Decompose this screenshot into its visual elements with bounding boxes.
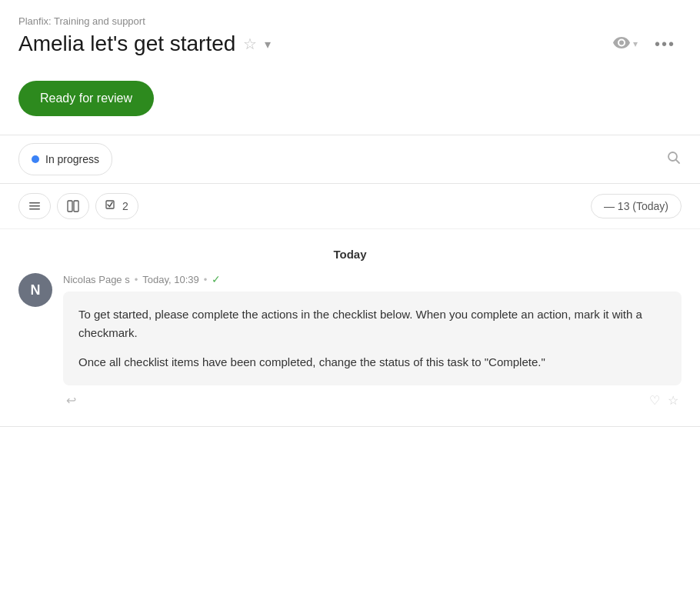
title-actions: ▾ •••: [610, 32, 682, 56]
toolbar: 2 — 13 (Today): [0, 184, 700, 229]
status-bar: In progress: [0, 135, 700, 184]
title-row: Amelia let's get started ☆ ▾ ▾ •••: [18, 32, 682, 56]
bookmark-icon[interactable]: ☆: [668, 393, 678, 408]
read-check-icon: ✓: [212, 273, 221, 285]
svg-rect-1: [29, 202, 40, 204]
message-meta: Nicolas Page s • Today, 10:39 • ✓: [63, 273, 682, 285]
in-progress-badge[interactable]: In progress: [18, 143, 112, 175]
svg-point-0: [668, 152, 677, 161]
split-icon: [67, 200, 79, 212]
search-icon[interactable]: [666, 150, 682, 169]
split-view-button[interactable]: [57, 193, 89, 219]
list-view-button[interactable]: [18, 193, 51, 219]
bubble-actions-right: ♡ ☆: [649, 393, 678, 408]
main-content: Today N Nicolas Page s • Today, 10:39 • …: [0, 229, 700, 408]
checklist-button[interactable]: 2: [95, 193, 138, 219]
ready-for-review-button[interactable]: Ready for review: [18, 81, 154, 116]
message-item: N Nicolas Page s • Today, 10:39 • ✓ To g…: [18, 273, 682, 408]
chevron-down-icon[interactable]: ▾: [265, 37, 271, 52]
list-icon: [28, 200, 41, 212]
message-actions: ↩ ♡ ☆: [63, 393, 682, 408]
day-label: Today: [18, 229, 682, 273]
bottom-divider: [0, 426, 700, 427]
reply-icon[interactable]: ↩: [66, 393, 76, 408]
message-paragraph-2: Once all checklist items have been compl…: [78, 353, 666, 372]
svg-rect-4: [68, 201, 72, 212]
message-time: Today, 10:39: [142, 274, 198, 285]
avatar: N: [18, 273, 52, 307]
eye-chevron-icon: ▾: [633, 38, 638, 49]
meta-separator2: •: [204, 274, 208, 285]
svg-rect-5: [74, 201, 78, 212]
page-title: Amelia let's get started: [18, 32, 235, 56]
status-section: Ready for review: [0, 65, 700, 116]
message-bubble: To get started, please complete the acti…: [63, 292, 682, 385]
more-options-button[interactable]: •••: [648, 32, 682, 56]
checklist-count: 2: [122, 200, 128, 212]
watch-button[interactable]: ▾: [610, 32, 641, 56]
message-author: Nicolas Page s: [63, 274, 130, 285]
in-progress-label: In progress: [45, 153, 99, 165]
meta-separator: •: [135, 274, 138, 285]
svg-rect-2: [29, 205, 40, 207]
avatar-letter: N: [31, 282, 41, 298]
message-paragraph-1: To get started, please complete the acti…: [78, 305, 666, 342]
checklist-icon: [105, 200, 118, 212]
status-dot: [32, 155, 39, 163]
date-filter-button[interactable]: — 13 (Today): [591, 194, 682, 218]
svg-rect-3: [29, 208, 40, 210]
breadcrumb: Planfix: Training and support: [18, 15, 682, 27]
like-icon[interactable]: ♡: [649, 393, 660, 408]
header: Planfix: Training and support Amelia let…: [0, 0, 700, 65]
star-icon[interactable]: ☆: [243, 35, 257, 53]
title-left: Amelia let's get started ☆ ▾: [18, 32, 271, 56]
eye-icon: [613, 35, 630, 53]
message-content: Nicolas Page s • Today, 10:39 • ✓ To get…: [63, 273, 682, 408]
